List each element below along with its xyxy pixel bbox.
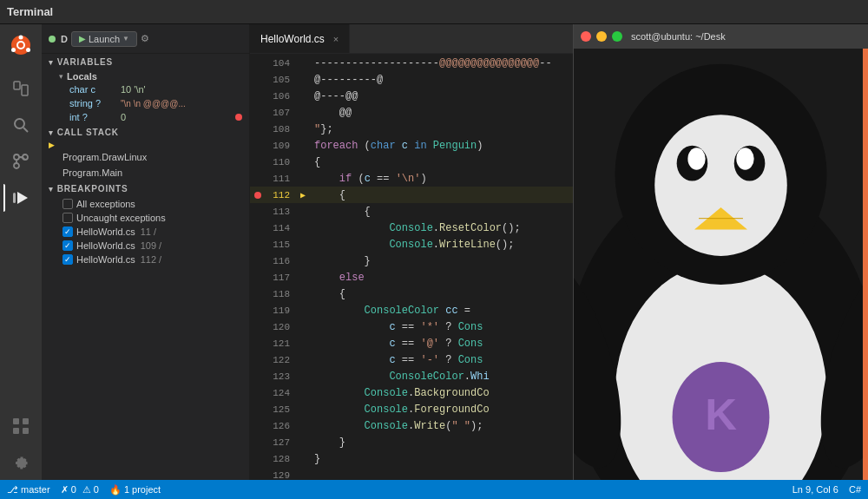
- branch-icon: ⎇: [7, 484, 18, 496]
- bp-checkbox-all[interactable]: [62, 199, 73, 209]
- live-share-label: 1 project: [124, 484, 161, 495]
- svg-point-4: [11, 48, 16, 52]
- debug-status-dot: [49, 36, 56, 43]
- var-row-string: string ? "\n \n @@@@...: [42, 96, 249, 110]
- terminal-body: [574, 49, 868, 480]
- locals-row[interactable]: ▾ Locals: [42, 70, 249, 82]
- bp-helloworld-112: ✓ HelloWorld.cs 112 /: [42, 253, 249, 266]
- breakpoints-section: ▾ BREAKPOINTS All exceptions Uncaught ex…: [42, 181, 249, 266]
- bp-checkbox-uncaught[interactable]: [62, 213, 73, 223]
- terminal-minimize-btn[interactable]: [596, 31, 607, 42]
- breakpoints-arrow: ▾: [49, 185, 54, 194]
- svg-rect-16: [13, 428, 19, 434]
- svg-rect-15: [23, 418, 29, 424]
- debug-label: D: [61, 34, 68, 44]
- terminal-overlay: scott@ubuntu: ~/Desk: [573, 24, 868, 480]
- activitybar: [0, 24, 42, 480]
- errors-item[interactable]: ✗ 0 ⚠ 0: [61, 484, 99, 496]
- callstack-item-main[interactable]: Program.Main: [42, 165, 249, 181]
- position-label: Ln 9, Col 6: [792, 484, 838, 495]
- bp-checkbox-hw112[interactable]: ✓: [62, 254, 73, 265]
- debug-toolbar: D ▶ Launch ▼ ⚙: [42, 24, 249, 54]
- callstack-active-indicator: ▶: [42, 141, 249, 149]
- breakpoints-header[interactable]: ▾ BREAKPOINTS: [42, 181, 249, 197]
- dropdown-arrow: ▼: [122, 35, 129, 43]
- topbar-title: Terminal: [7, 5, 53, 18]
- svg-rect-17: [23, 428, 29, 434]
- terminal-maximize-btn[interactable]: [612, 31, 622, 42]
- callstack-header[interactable]: ▾ CALL STACK: [42, 124, 249, 141]
- tab-close[interactable]: ×: [333, 34, 339, 44]
- var-breakpoint-dot: [235, 114, 242, 121]
- svg-point-11: [14, 163, 19, 168]
- svg-rect-6: [22, 85, 28, 95]
- branch-name: master: [21, 484, 50, 495]
- variables-arrow: ▾: [49, 58, 54, 67]
- var-row-char: char c 10 '\n': [42, 82, 249, 96]
- variables-header[interactable]: ▾ VARIABLES: [42, 54, 249, 70]
- gear-icon[interactable]: ⚙: [141, 33, 149, 44]
- language-label: C#: [849, 484, 861, 495]
- svg-point-3: [26, 48, 30, 52]
- variables-section: ▾ VARIABLES ▾ Locals char c 10 '\n' stri…: [42, 54, 249, 124]
- bp-checkbox-hw109[interactable]: ✓: [62, 240, 73, 251]
- callstack-arrow: ▾: [49, 128, 54, 137]
- callstack-section: ▾ CALL STACK ▶ Program.DrawLinux Program…: [42, 124, 249, 181]
- svg-point-2: [19, 36, 23, 40]
- cursor-position[interactable]: Ln 9, Col 6: [792, 484, 838, 495]
- error-icon: ✗: [61, 484, 69, 496]
- svg-rect-13: [13, 193, 16, 203]
- statusbar: ⎇ master ✗ 0 ⚠ 0 🔥 1 project Ln 9, Col 6…: [0, 480, 868, 499]
- settings-icon[interactable]: [3, 445, 38, 480]
- callstack-item-drawlinux[interactable]: Program.DrawLinux: [42, 149, 249, 165]
- warning-count: 0: [94, 484, 99, 495]
- scm-icon[interactable]: [3, 144, 38, 179]
- svg-marker-12: [17, 192, 28, 204]
- git-branch-item[interactable]: ⎇ master: [7, 484, 50, 496]
- explorer-icon[interactable]: [3, 71, 38, 106]
- bp-checkbox-hw11[interactable]: ✓: [62, 227, 73, 237]
- debug-icon[interactable]: [3, 181, 38, 215]
- topbar: Terminal: [0, 0, 868, 24]
- error-count: 0: [71, 484, 76, 495]
- ubuntu-logo[interactable]: [3, 28, 38, 62]
- penguin-display: [574, 49, 868, 480]
- play-icon: ▶: [79, 34, 86, 43]
- terminal-title: scott@ubuntu: ~/Desk: [631, 31, 726, 42]
- launch-label: Launch: [89, 34, 120, 44]
- var-row-int: int ? 0: [42, 110, 249, 124]
- svg-point-9: [14, 154, 19, 160]
- breakpoint-indicator-112: [254, 192, 261, 199]
- bp-helloworld-11: ✓ HelloWorld.cs 11 /: [42, 225, 249, 239]
- terminal-close-btn[interactable]: [581, 31, 591, 42]
- svg-point-7: [15, 119, 24, 128]
- svg-line-8: [23, 128, 28, 132]
- statusbar-right: Ln 9, Col 6 C#: [792, 484, 861, 495]
- bp-helloworld-109: ✓ HelloWorld.cs 109 /: [42, 239, 249, 253]
- search-icon[interactable]: [3, 108, 38, 142]
- extensions-icon[interactable]: [3, 409, 38, 443]
- launch-button[interactable]: ▶ Launch ▼: [71, 31, 137, 47]
- terminal-titlebar: scott@ubuntu: ~/Desk: [574, 24, 868, 49]
- tab-filename: HelloWorld.cs: [260, 33, 325, 45]
- warning-icon: ⚠: [82, 484, 91, 496]
- bp-all-exceptions: All exceptions: [42, 197, 249, 211]
- language-mode[interactable]: C#: [849, 484, 861, 495]
- bp-uncaught-exceptions: Uncaught exceptions: [42, 211, 249, 225]
- svg-rect-5: [14, 82, 20, 89]
- fire-icon: 🔥: [109, 484, 122, 496]
- sidebar: D ▶ Launch ▼ ⚙ ▾ VARIABLES ▾ Locals char…: [42, 24, 250, 480]
- editor-tab-helloworld[interactable]: HelloWorld.cs ×: [250, 24, 350, 53]
- live-share-item[interactable]: 🔥 1 project: [109, 484, 161, 496]
- svg-rect-14: [13, 418, 19, 424]
- main-editor: HelloWorld.cs × ▶ ↺ ↓ ↑ ⏹ ⧉ ⋯ 104 ------…: [250, 24, 868, 480]
- locals-arrow: ▾: [59, 72, 63, 81]
